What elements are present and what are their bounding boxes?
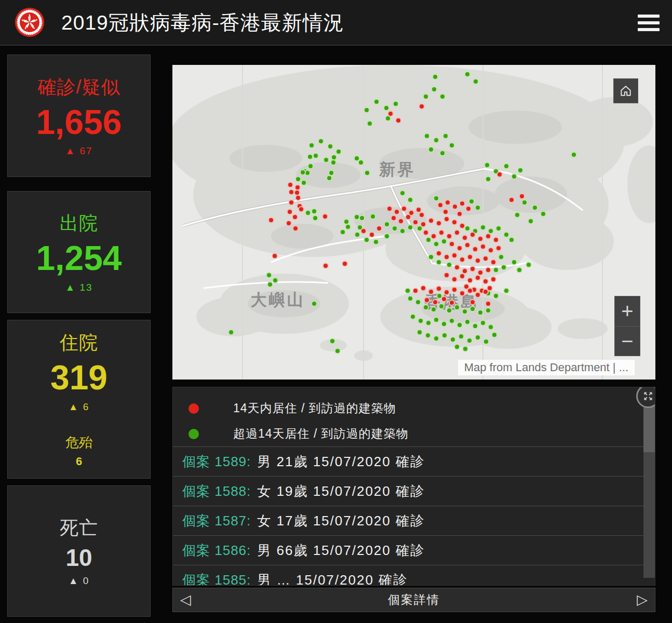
case-location-dot[interactable] <box>477 309 483 316</box>
case-location-dot[interactable] <box>446 233 452 239</box>
case-location-dot[interactable] <box>423 229 429 236</box>
case-location-dot[interactable] <box>323 157 329 163</box>
case-location-dot[interactable] <box>376 225 382 232</box>
case-location-dot[interactable] <box>482 255 489 262</box>
case-location-dot[interactable] <box>459 200 465 207</box>
case-location-dot[interactable] <box>441 321 447 327</box>
case-location-dot[interactable] <box>312 215 318 221</box>
case-location-dot[interactable] <box>475 275 481 281</box>
case-location-dot[interactable] <box>482 278 489 285</box>
case-location-dot[interactable] <box>508 197 515 203</box>
case-location-dot[interactable] <box>484 162 490 168</box>
case-location-dot[interactable] <box>466 337 473 344</box>
case-location-dot[interactable] <box>496 171 503 178</box>
case-location-dot[interactable] <box>335 148 342 155</box>
case-location-dot[interactable] <box>286 220 292 226</box>
case-location-dot[interactable] <box>399 228 406 234</box>
case-location-dot[interactable] <box>393 101 399 107</box>
case-location-dot[interactable] <box>415 299 421 305</box>
case-location-dot[interactable] <box>423 93 429 100</box>
case-list-item[interactable]: 個案 1586: 男 66歲 15/07/2020 確診 <box>173 535 655 565</box>
case-details-bar[interactable]: ◁ 個案詳情 ▷ <box>172 588 655 612</box>
case-location-dot[interactable] <box>407 197 413 203</box>
case-location-dot[interactable] <box>503 232 509 238</box>
case-location-dot[interactable] <box>428 146 434 153</box>
case-location-dot[interactable] <box>495 245 502 251</box>
case-list-scrollbar[interactable] <box>643 394 655 578</box>
case-location-dot[interactable] <box>480 320 486 326</box>
case-location-dot[interactable] <box>267 281 273 288</box>
case-location-dot[interactable] <box>488 324 494 330</box>
case-location-dot[interactable] <box>398 218 404 224</box>
case-location-dot[interactable] <box>508 237 515 243</box>
case-location-dot[interactable] <box>392 225 398 232</box>
case-location-dot[interactable] <box>287 182 293 188</box>
case-list-item[interactable]: 個案 1588: 女 19歲 15/07/2020 確診 <box>173 476 655 506</box>
case-location-dot[interactable] <box>514 212 520 218</box>
case-location-dot[interactable] <box>451 276 458 282</box>
map-attribution[interactable]: Map from Lands Department | ... <box>458 360 635 375</box>
case-location-dot[interactable] <box>295 176 301 182</box>
case-location-dot[interactable] <box>416 329 423 335</box>
case-location-dot[interactable] <box>399 190 406 196</box>
case-location-dot[interactable] <box>446 307 452 314</box>
case-location-dot[interactable] <box>490 276 496 282</box>
case-location-dot[interactable] <box>467 254 473 260</box>
case-location-dot[interactable] <box>425 332 431 338</box>
case-location-dot[interactable] <box>311 301 317 307</box>
case-location-dot[interactable] <box>493 267 499 273</box>
case-location-dot[interactable] <box>329 338 335 344</box>
case-location-dot[interactable] <box>485 301 491 307</box>
case-location-dot[interactable] <box>443 254 450 260</box>
case-location-dot[interactable] <box>464 71 471 77</box>
case-location-dot[interactable] <box>373 99 380 105</box>
case-location-dot[interactable] <box>483 338 489 345</box>
case-location-dot[interactable] <box>431 86 437 92</box>
case-location-dot[interactable] <box>454 344 460 350</box>
case-location-dot[interactable] <box>469 266 476 272</box>
case-location-dot[interactable] <box>437 202 443 208</box>
zoom-out-button[interactable]: − <box>615 327 640 356</box>
case-location-dot[interactable] <box>342 261 348 267</box>
case-location-dot[interactable] <box>298 206 304 212</box>
case-location-dot[interactable] <box>359 215 365 221</box>
case-location-dot[interactable] <box>441 332 448 338</box>
case-location-dot[interactable] <box>322 213 328 220</box>
case-location-dot[interactable] <box>459 256 465 263</box>
case-location-dot[interactable] <box>473 78 479 85</box>
case-location-dot[interactable] <box>442 133 449 139</box>
case-location-dot[interactable] <box>405 214 411 220</box>
case-location-dot[interactable] <box>493 237 499 243</box>
case-location-dot[interactable] <box>475 258 481 264</box>
case-location-dot[interactable] <box>511 259 517 265</box>
case-location-dot[interactable] <box>424 133 430 139</box>
case-location-dot[interactable] <box>485 176 491 182</box>
case-location-dot[interactable] <box>467 277 473 283</box>
case-location-dot[interactable] <box>454 304 460 310</box>
case-location-dot[interactable] <box>410 314 416 320</box>
case-location-dot[interactable] <box>436 286 442 292</box>
case-location-dot[interactable] <box>462 235 468 241</box>
case-location-dot[interactable] <box>433 195 439 201</box>
case-location-dot[interactable] <box>467 288 473 294</box>
case-location-dot[interactable] <box>313 153 319 159</box>
case-location-dot[interactable] <box>498 254 504 260</box>
case-location-dot[interactable] <box>345 224 351 230</box>
case-location-dot[interactable] <box>268 217 274 223</box>
case-location-dot[interactable] <box>425 320 432 326</box>
case-location-dot[interactable] <box>516 267 522 273</box>
case-location-dot[interactable] <box>334 348 341 354</box>
case-location-dot[interactable] <box>401 206 407 212</box>
case-location-dot[interactable] <box>394 209 400 215</box>
case-location-dot[interactable] <box>491 332 498 338</box>
case-location-dot[interactable] <box>370 213 376 220</box>
case-location-dot[interactable] <box>420 285 426 291</box>
case-location-dot[interactable] <box>490 259 496 265</box>
case-location-dot[interactable] <box>272 277 278 283</box>
case-location-dot[interactable] <box>266 272 272 278</box>
case-location-dot[interactable] <box>468 198 475 205</box>
case-location-dot[interactable] <box>459 290 465 296</box>
map-home-button[interactable] <box>613 78 638 103</box>
case-location-dot[interactable] <box>384 221 390 227</box>
case-location-dot[interactable] <box>431 306 437 313</box>
